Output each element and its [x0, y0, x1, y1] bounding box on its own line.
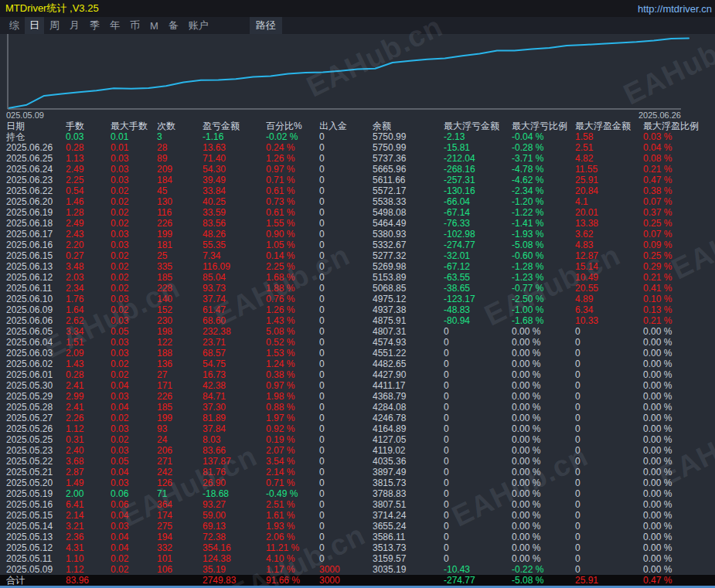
table-row[interactable]: 2025.06.010.280.022716.730.38 %04427.900… — [0, 369, 715, 380]
table-row[interactable]: 2025.06.150.270.02257.340.14 %05277.32-3… — [0, 250, 715, 261]
table-row[interactable]: 2025.05.250.310.02248.030.19 %04127.0500… — [0, 434, 715, 445]
cell: 188 — [157, 348, 203, 359]
table-row[interactable]: 2025.06.101.760.0314037.740.76 %04975.12… — [0, 294, 715, 304]
cell: 0.54 — [66, 185, 111, 196]
path-button[interactable]: 路径 — [250, 17, 282, 34]
cell: -76.33 — [444, 218, 512, 229]
table-row[interactable]: 2025.05.152.140.0417459.001.61 %03714.24… — [0, 510, 715, 521]
cell: 71 — [157, 488, 203, 499]
cell: 40.25 — [203, 196, 266, 207]
table-row[interactable]: 2025.06.220.540.024533.840.61 %05572.17-… — [0, 185, 715, 196]
cell: 4482.65 — [373, 359, 444, 369]
total-row[interactable]: 合计83.962749.8391.66 %3000-274.77-5.08 %2… — [0, 575, 715, 586]
cell: 0 — [319, 510, 373, 521]
equity-chart: 025.05.09 2025.06.26 — [0, 34, 715, 121]
table-row[interactable]: 2025.06.053.340.05198232.385.08 %04807.3… — [0, 326, 715, 337]
table-row[interactable]: 2025.06.133.480.02335116.092.25 %05269.9… — [0, 261, 715, 272]
table-row[interactable]: 2025.06.032.090.0318868.571.53 %04551.22… — [0, 348, 715, 359]
menu-item-M[interactable]: M — [145, 19, 163, 33]
table-row[interactable]: 2025.06.021.430.0213654.751.24 %04482.65… — [0, 359, 715, 369]
cell: 106 — [157, 564, 203, 575]
cell: 0 — [575, 402, 643, 413]
cell: -0.22 % — [512, 564, 575, 575]
table-row[interactable]: 2025.06.162.200.0318155.351.05 %05332.67… — [0, 240, 715, 250]
table-row[interactable]: 持仓0.030.013-1.16-0.02 %05750.99-2.13-0.0… — [0, 131, 715, 142]
cell: 0 — [319, 542, 373, 553]
cell: 0.76 % — [266, 294, 319, 304]
table-row[interactable]: 2025.06.232.250.0318439.490.71 %05611.66… — [0, 175, 715, 185]
table-row[interactable]: 2025.05.124.310.04332354.1611.21 %03513.… — [0, 542, 715, 553]
table-row[interactable]: 2025.05.166.410.0636493.272.51 %03807.51… — [0, 499, 715, 510]
table-row[interactable]: 2025.06.112.340.0222893.731.88 %05068.85… — [0, 283, 715, 294]
cell: 5068.85 — [373, 283, 444, 294]
menu-item-备[interactable]: 备 — [164, 17, 183, 34]
table-row[interactable]: 2025.06.091.640.0215261.471.26 %04937.38… — [0, 304, 715, 315]
cell: 0 — [319, 229, 373, 240]
table-row[interactable]: 2025.05.282.410.0418537.300.88 %04284.08… — [0, 402, 715, 413]
cell: 0 — [575, 467, 643, 478]
table-row[interactable]: 2025.05.223.680.05271137.873.54 %04035.3… — [0, 456, 715, 467]
table-row[interactable]: 2025.06.251.130.038971.401.26 %05737.36-… — [0, 153, 715, 164]
table-row[interactable]: 2025.05.091.120.0210635.191.17 %30003035… — [0, 564, 715, 575]
table-row[interactable]: 2025.05.272.260.0219981.891.97 %04246.78… — [0, 413, 715, 423]
cell: 3.54 % — [266, 456, 319, 467]
cell: 0.06 — [111, 488, 157, 499]
cell: 84.71 — [203, 391, 266, 402]
table-row[interactable]: 2025.06.260.280.012813.630.24 %05750.99-… — [0, 142, 715, 153]
cell: -5.08 % — [512, 575, 575, 586]
menu-item-季[interactable]: 季 — [85, 17, 104, 34]
table-row[interactable]: 2025.05.201.490.0312626.900.71 %03815.73… — [0, 478, 715, 488]
cell: 0 — [319, 391, 373, 402]
cell: 1.13 — [66, 153, 111, 164]
table-row[interactable]: 2025.05.232.400.0320683.662.07 %04119.02… — [0, 445, 715, 456]
cell-date: 2025.05.29 — [6, 391, 66, 402]
table-row[interactable]: 2025.05.212.870.0424281.762.14 %03897.49… — [0, 467, 715, 478]
cell: 0.02 — [111, 369, 157, 380]
cell: 0 — [444, 369, 512, 380]
website-link[interactable]: http://mtdriver.cn — [638, 3, 712, 15]
table-row[interactable]: 2025.05.302.410.0417142.380.97 %04411.17… — [0, 380, 715, 391]
menu-item-周[interactable]: 周 — [45, 17, 64, 34]
cell: 0 — [319, 294, 373, 304]
cell: 0.00 % — [643, 423, 715, 434]
table-row[interactable]: 2025.06.182.490.0222683.561.55 %05464.49… — [0, 218, 715, 229]
menu-item-币[interactable]: 币 — [125, 17, 145, 34]
cell: 0.02 — [111, 564, 157, 575]
table-row[interactable]: 2025.06.191.280.0211633.590.61 %05498.08… — [0, 207, 715, 218]
cell: 25 — [157, 250, 203, 261]
cell: 4.83 — [575, 240, 643, 250]
cell: 5464.49 — [373, 218, 444, 229]
cell: 0.03 — [111, 240, 157, 250]
cell: 152 — [157, 304, 203, 315]
menu-item-综[interactable]: 综 — [5, 17, 24, 34]
table-row[interactable]: 2025.06.041.510.0312223.710.52 %04574.93… — [0, 337, 715, 348]
cell-date: 2025.06.12 — [6, 272, 66, 283]
cell: 0.03 — [111, 478, 157, 488]
cell: 0.02 — [111, 304, 157, 315]
table-row[interactable]: 2025.06.062.620.0323068.601.43 %04875.91… — [0, 315, 715, 326]
table-row[interactable]: 2025.06.242.490.0320954.300.97 %05665.96… — [0, 164, 715, 175]
menu-item-日[interactable]: 日 — [25, 17, 44, 34]
cell: 5153.89 — [373, 272, 444, 283]
cell: 0 — [444, 553, 512, 564]
cell: 48.26 — [203, 229, 266, 240]
cell: 1.24 % — [266, 359, 319, 369]
menu-item-账户[interactable]: 账户 — [184, 17, 213, 34]
table-row[interactable]: 2025.06.122.030.0218585.041.68 %05153.89… — [0, 272, 715, 283]
table-row[interactable]: 2025.05.292.990.0322684.711.98 %04368.79… — [0, 391, 715, 402]
menu-item-年[interactable]: 年 — [105, 17, 124, 34]
menu-item-月[interactable]: 月 — [65, 17, 84, 34]
table-row[interactable]: 2025.05.132.360.0419472.382.06 %03586.11… — [0, 532, 715, 542]
table-row[interactable]: 2025.05.261.120.039337.840.92 %04164.890… — [0, 423, 715, 434]
cell-date: 2025.06.03 — [6, 348, 66, 359]
cell: 0.00 % — [643, 369, 715, 380]
table-row[interactable]: 2025.05.192.000.0671-18.68-0.49 %03788.8… — [0, 488, 715, 499]
table-row[interactable]: 2025.05.111.100.02101124.384.10 %03159.5… — [0, 553, 715, 564]
table-row[interactable]: 2025.06.201.460.0213040.250.73 %05538.33… — [0, 196, 715, 207]
table-row[interactable]: 2025.06.172.430.0319948.260.90 %05380.93… — [0, 229, 715, 240]
cell: 0.03 — [111, 445, 157, 456]
cell: 0.00 % — [643, 499, 715, 510]
cell: 0 — [575, 423, 643, 434]
cell: -4.78 % — [512, 164, 575, 175]
table-row[interactable]: 2025.05.143.210.0327569.131.93 %03655.24… — [0, 521, 715, 532]
